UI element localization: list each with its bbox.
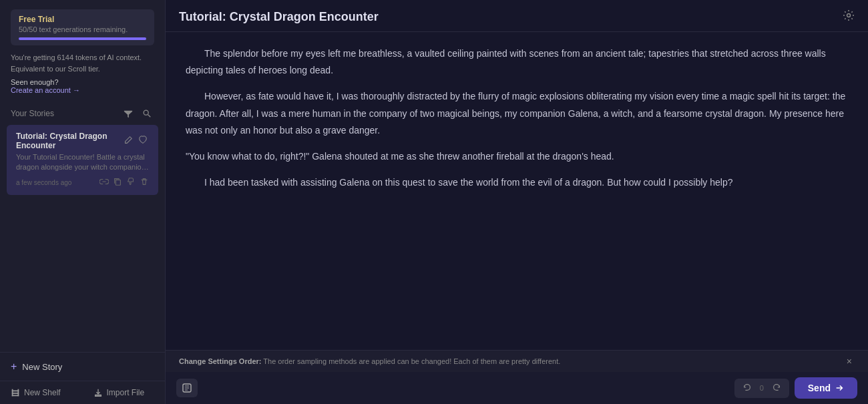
story-item-meta: a few seconds ago [16, 177, 149, 188]
story-meta-icons [99, 177, 149, 188]
your-stories-label: Your Stories [11, 109, 54, 118]
new-story-plus-icon: + [11, 361, 17, 373]
create-account-section: Seen enough? Create an account → [11, 78, 154, 94]
import-file-label: Import File [107, 388, 145, 397]
story-paragraph-4: I had been tasked with assisting Galena … [186, 174, 848, 191]
story-main-title: Tutorial: Crystal Dragon Encounter [179, 10, 379, 24]
tokens-info: You're getting 6144 tokens of AI context… [11, 52, 154, 74]
svg-point-0 [144, 110, 148, 115]
thumbdown-icon[interactable] [126, 177, 136, 188]
story-item-excerpt: Your Tutorial Encounter! Battle a crysta… [16, 152, 149, 173]
toolbar-left [176, 379, 198, 397]
story-paragraph-2: However, as fate would have it, I was th… [186, 88, 848, 139]
new-shelf-label: New Shelf [24, 388, 61, 397]
svg-rect-6 [12, 389, 13, 397]
delete-icon[interactable] [140, 177, 149, 188]
story-paragraph-3: "You know what to do, right?!" Galena sh… [186, 148, 848, 165]
new-shelf-button[interactable]: New Shelf [0, 381, 83, 404]
notification-bar: Change Settings Order: The order samplin… [166, 351, 868, 372]
thumbdown-icon-svg [126, 177, 136, 186]
heart-icon [138, 136, 148, 145]
copy-icon[interactable] [113, 177, 122, 188]
create-account-link[interactable]: Create an account → [11, 86, 80, 94]
undo-button[interactable] [740, 381, 754, 395]
sidebar-top: Free Trial 50/50 text generations remain… [0, 0, 165, 101]
sidebar-bottom: + New Story New Shelf Import File [0, 352, 165, 404]
story-item-title: Tutorial: Crystal Dragon Encounter [16, 132, 122, 150]
story-item[interactable]: Tutorial: Crystal Dragon Encounter Your … [7, 125, 158, 195]
bottom-actions: New Shelf Import File [0, 381, 165, 404]
sidebar: Free Trial 50/50 text generations remain… [0, 0, 166, 404]
text-format-icon [182, 383, 192, 393]
notification-text: Change Settings Order: The order samplin… [179, 357, 844, 365]
favorite-story-icon[interactable] [137, 135, 149, 148]
link-icon[interactable] [99, 177, 109, 188]
filter-icon [124, 109, 133, 118]
notification-prefix: Change Settings Order: [179, 357, 261, 365]
stories-actions [121, 108, 154, 120]
progress-bar-container [19, 37, 146, 40]
redo-icon [772, 383, 781, 392]
free-trial-label: Free Trial [19, 15, 146, 24]
free-trial-badge: Free Trial 50/50 text generations remain… [11, 9, 154, 45]
story-body: The splendor before my eyes left me brea… [166, 32, 868, 350]
story-item-actions [122, 135, 149, 148]
story-paragraph-1: The splendor before my eyes left me brea… [186, 45, 848, 79]
send-button[interactable]: Send [795, 377, 857, 399]
main-content: Tutorial: Crystal Dragon Encounter The s… [166, 0, 868, 404]
notification-close-button[interactable]: × [844, 356, 855, 367]
copy-icon-svg [113, 177, 122, 186]
redo-button[interactable] [769, 381, 784, 395]
bottom-bar: Change Settings Order: The order samplin… [166, 350, 868, 404]
undo-icon [742, 383, 752, 392]
shelf-icon [11, 388, 20, 397]
search-stories-button[interactable] [140, 108, 154, 120]
stories-header: Your Stories [0, 101, 165, 124]
settings-icon[interactable] [843, 9, 855, 25]
notification-body: The order sampling methods are applied c… [263, 357, 560, 365]
story-header: Tutorial: Crystal Dragon Encounter [166, 0, 868, 32]
svg-rect-2 [116, 180, 120, 185]
filter-stories-button[interactable] [121, 108, 136, 120]
svg-line-1 [148, 115, 151, 118]
story-item-time: a few seconds ago [16, 179, 71, 186]
new-story-label: New Story [22, 362, 62, 372]
trash-icon [140, 177, 149, 186]
undo-count: 0 [757, 384, 767, 392]
edit-icon [124, 136, 133, 145]
send-label: Send [808, 383, 831, 393]
progress-bar-fill [19, 37, 146, 40]
send-arrow-icon [835, 383, 844, 393]
generations-text: 50/50 text generations remaining. [19, 25, 146, 33]
text-format-button[interactable] [176, 379, 198, 397]
search-icon [142, 109, 152, 118]
undo-redo-group: 0 [734, 379, 789, 398]
svg-point-8 [847, 14, 851, 17]
edit-story-icon[interactable] [122, 135, 134, 148]
toolbar: 0 Send [166, 372, 868, 404]
settings-gear-icon [843, 9, 855, 21]
story-item-header: Tutorial: Crystal Dragon Encounter [16, 132, 149, 150]
import-file-button[interactable]: Import File [83, 381, 166, 404]
new-story-button[interactable]: + New Story [0, 353, 165, 381]
import-icon [93, 388, 103, 397]
link-icon-svg [99, 177, 109, 186]
svg-rect-7 [18, 389, 19, 397]
